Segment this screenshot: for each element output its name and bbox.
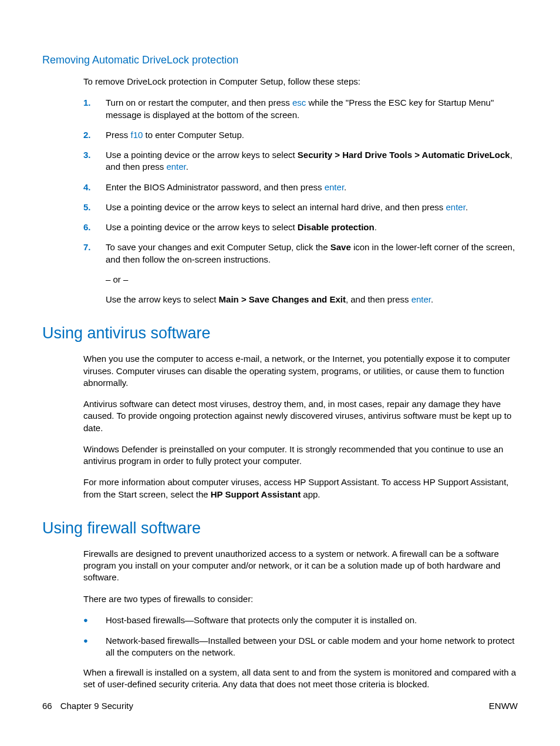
key-text: enter — [166, 162, 185, 172]
paragraph: When you use the computer to access e-ma… — [83, 353, 518, 389]
bullet-body: Network-based firewalls—Installed betwee… — [106, 635, 518, 659]
bold-text: Disable protection — [298, 222, 375, 232]
bold-text: HP Support Assistant — [211, 489, 301, 499]
paragraph: When a firewall is installed on a system… — [83, 667, 518, 691]
footer-right: ENWW — [489, 701, 518, 711]
step-body: Use a pointing device or the arrow keys … — [106, 201, 518, 213]
step-item: 4. Enter the BIOS Administrator password… — [83, 182, 518, 193]
key-text: esc — [292, 98, 306, 107]
paragraph: For more information about computer viru… — [83, 476, 518, 500]
section-heading-firewall: Using firewall software — [42, 519, 518, 537]
paragraph: There are two types of firewalls to cons… — [83, 593, 518, 605]
key-text: enter — [325, 182, 344, 192]
paragraph: Windows Defender is preinstalled on your… — [83, 443, 518, 468]
step-number: 4. — [83, 182, 106, 193]
section-heading-removing-drivelock: Removing Automatic DriveLock protection — [42, 54, 518, 66]
bullet-body: Host-based firewalls—Software that prote… — [106, 614, 518, 627]
step-body: To save your changes and exit Computer S… — [106, 241, 518, 305]
step-body: Use a pointing device or the arrow keys … — [106, 149, 518, 173]
step-number: 1. — [83, 97, 106, 121]
step-item: 2. Press f10 to enter Computer Setup. — [83, 129, 518, 141]
key-text: f10 — [131, 130, 143, 140]
section-heading-antivirus: Using antivirus software — [42, 324, 518, 342]
bullet-item: ● Network-based firewalls—Installed betw… — [83, 635, 518, 659]
bold-text: Save — [330, 242, 351, 252]
step-number: 7. — [83, 241, 106, 305]
step-item: 6. Use a pointing device or the arrow ke… — [83, 221, 518, 233]
intro-paragraph: To remove DriveLock protection in Comput… — [83, 76, 518, 88]
step-body: Enter the BIOS Administrator password, a… — [106, 182, 518, 193]
step-number: 3. — [83, 149, 106, 173]
step-body: Press f10 to enter Computer Setup. — [106, 129, 518, 141]
step-number: 2. — [83, 129, 106, 141]
paragraph: Firewalls are designed to prevent unauth… — [83, 548, 518, 584]
key-text: enter — [411, 294, 431, 304]
chapter-label: Chapter 9 Security — [60, 701, 133, 711]
bullet-item: ● Host-based firewalls—Software that pro… — [83, 614, 518, 627]
paragraph: Antivirus software can detect most virus… — [83, 398, 518, 434]
step-number: 5. — [83, 201, 106, 213]
step-body: Use a pointing device or the arrow keys … — [106, 221, 518, 233]
step-item: 7. To save your changes and exit Compute… — [83, 241, 518, 305]
step-item: 1. Turn on or restart the computer, and … — [83, 97, 518, 121]
step-number: 6. — [83, 221, 106, 233]
steps-list: 1. Turn on or restart the computer, and … — [83, 97, 518, 305]
step-sub: Use the arrow keys to select Main > Save… — [106, 294, 518, 305]
step-body: Turn on or restart the computer, and the… — [106, 97, 518, 121]
page-footer: 66 Chapter 9 Security ENWW — [42, 701, 518, 711]
bullet-icon: ● — [83, 635, 106, 659]
bold-text: Main > Save Changes and Exit — [219, 294, 346, 304]
step-item: 5. Use a pointing device or the arrow ke… — [83, 201, 518, 213]
bullet-icon: ● — [83, 614, 106, 627]
bullet-list: ● Host-based firewalls—Software that pro… — [83, 614, 518, 658]
page-number: 66 — [42, 701, 52, 711]
key-text: enter — [446, 202, 465, 212]
step-item: 3. Use a pointing device or the arrow ke… — [83, 149, 518, 173]
step-or: – or – — [106, 274, 518, 285]
bold-text: Security > Hard Drive Tools > Automatic … — [298, 150, 510, 160]
